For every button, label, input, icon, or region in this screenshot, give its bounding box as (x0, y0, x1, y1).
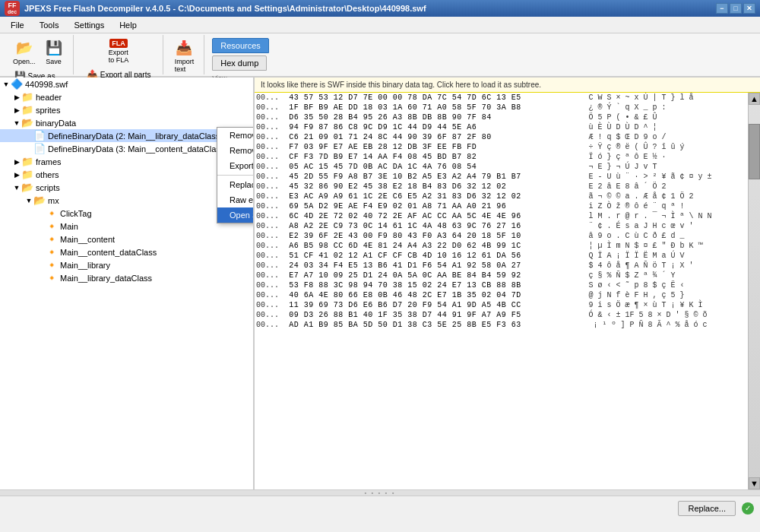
tree-node-main-library-dc[interactable]: 🔸 Main__library_dataClass (0, 271, 253, 284)
tree-toggle-root[interactable]: ▼ (2, 81, 11, 88)
export-to-fla-button[interactable]: FLA Exportto FLA (105, 36, 133, 66)
table-row: 00... 53 F8 88 3C 98 94 70 38 15 02 24 E… (255, 280, 748, 290)
tree-node-binarydata[interactable]: ▼ 📂 binaryData (0, 116, 253, 129)
hex-chars-cell: E 2 â E 8 â ´ Ö 2 (587, 182, 748, 192)
tree-label-mx: mx (48, 196, 59, 205)
replace-button[interactable]: Replace... (678, 501, 736, 516)
menu-settings[interactable]: Settings (66, 17, 112, 33)
hex-scroll-area: 00... 43 57 53 12 D7 7E 00 00 78 DA 7C 5… (255, 93, 760, 489)
tree-node-definebinary3[interactable]: 📄 DefineBinaryData (3: Main__content_dat… (0, 142, 253, 155)
context-menu-remove[interactable]: Remove (217, 128, 255, 143)
menu-tools[interactable]: Tools (32, 17, 67, 33)
table-row: 00... D6 35 50 28 B4 95 26 A3 8B DB 8B 9… (255, 112, 748, 122)
tree-toggle-mx[interactable]: ▼ (24, 197, 33, 204)
context-menu-raw-edit[interactable]: Raw edit (217, 192, 255, 207)
tree-label-others: others (36, 170, 59, 179)
scrollbar[interactable]: ▲ ▼ (748, 93, 760, 489)
folder-icon-frames: 📁 (21, 156, 33, 167)
tree-label-mcdc: Main__content_dataClass (60, 248, 157, 257)
toolbar-general-group: 📂 Open... 💾 Save 💾 Save as... 🔄 Reload G… (3, 35, 74, 74)
tree-node-mx[interactable]: ▼ 📂 mx (0, 194, 253, 207)
hex-offset-cell: 00... (255, 241, 287, 251)
scroll-down-button[interactable]: ▼ (749, 477, 760, 489)
table-row: 00... 09 D3 26 88 B1 40 1F 35 38 D7 44 9… (255, 310, 748, 320)
tree-node-frames[interactable]: ▶ 📁 frames (0, 155, 253, 168)
scroll-up-button[interactable]: ▲ (749, 93, 760, 105)
menu-help[interactable]: Help (112, 17, 144, 33)
hex-bytes-cell: D6 35 50 28 B4 95 26 A3 8B DB 8B 90 7F 8… (287, 112, 587, 122)
tree-node-main-content[interactable]: 🔸 Main__content (0, 233, 253, 245)
tree-node-header[interactable]: ▶ 📁 header (0, 90, 253, 103)
tree-toggle-others[interactable]: ▶ (12, 171, 21, 179)
menu-file[interactable]: File (3, 17, 32, 33)
script-icon-mldc: 🔸 (46, 272, 58, 283)
resize-handle[interactable]: • • • • • (0, 489, 760, 496)
tree-node-definebinary2[interactable]: 📄 DefineBinaryData (2: Main__library_dat… (0, 129, 253, 142)
maximize-button[interactable]: □ (730, 3, 742, 14)
minimize-button[interactable]: − (716, 3, 728, 14)
toolbar-general-row1: 📂 Open... 💾 Save (9, 36, 67, 68)
tree-label-scripts: scripts (36, 183, 60, 192)
context-menu-open-swf-inside[interactable]: Open SWF inside (217, 207, 255, 223)
hex-bytes-cell: 94 F9 87 86 C8 9C D9 1C 44 D9 44 5E A6 (287, 122, 587, 132)
scroll-track[interactable] (749, 105, 760, 477)
hex-bytes-cell: 53 F8 88 3C 98 94 70 38 15 02 24 E7 13 C… (287, 280, 587, 290)
item-icon-db2: 📄 (33, 130, 46, 141)
script-icon-ml: 🔸 (46, 259, 58, 271)
table-row: 00... 45 2D 55 F9 A8 B7 3E 10 B2 A5 E3 A… (255, 172, 748, 182)
hex-bytes-cell: E3 AC A9 A9 61 1C 2E C6 E5 A2 31 83 D6 3… (287, 192, 587, 201)
open-button[interactable]: 📂 Open... (9, 36, 40, 68)
hex-table: 00... 43 57 53 12 D7 7E 00 00 78 DA 7C 5… (255, 93, 748, 330)
hex-offset-cell: 00... (255, 182, 287, 192)
table-row: 00... 43 57 53 12 D7 7E 00 00 78 DA 7C 5… (255, 93, 748, 103)
tree-toggle-binarydata[interactable]: ▼ (12, 119, 21, 127)
table-row: 00... CF F3 7D B9 E7 14 AA F4 08 45 BD B… (255, 152, 748, 162)
open-label: Open... (13, 58, 36, 65)
hex-bytes-cell: 09 D3 26 88 B1 40 1F 35 38 D7 44 91 9F A… (287, 310, 587, 320)
save-button[interactable]: 💾 Save (41, 36, 67, 68)
hex-chars-cell: S ø ‹ < ˜ p 8 $ ç Ë ‹ (587, 280, 748, 290)
table-row: 00... 6C 4D 2E 72 02 40 72 2E AF AC CC A… (255, 211, 748, 221)
folder-icon-header: 📁 (21, 91, 33, 103)
tree-node-main-content-dc[interactable]: 🔸 Main__content_dataClass (0, 245, 253, 258)
context-menu-export-selection[interactable]: Export selection (217, 158, 255, 173)
folder-icon-mx: 📂 (33, 195, 46, 206)
context-menu-replace[interactable]: Replace... (217, 177, 255, 192)
hex-panel[interactable]: 00... 43 57 53 12 D7 7E 00 00 78 DA 7C 5… (255, 93, 748, 489)
title-bar-controls[interactable]: − □ ✕ (716, 3, 755, 14)
table-row: 00... 24 03 34 F4 E5 13 B6 41 D1 F6 54 A… (255, 261, 748, 271)
folder-icon-scripts: 📂 (21, 182, 33, 193)
tree-node-main[interactable]: 🔸 Main (0, 220, 253, 233)
tree-node-main-library[interactable]: 🔸 Main__library (0, 258, 253, 271)
tree-label-header: header (36, 93, 62, 102)
tree-node-others[interactable]: ▶ 📁 others (0, 168, 253, 181)
tree-toggle-header[interactable]: ▶ (12, 93, 21, 101)
info-bar[interactable]: It looks like there is SWF inside this b… (255, 78, 760, 93)
tree-toggle-scripts[interactable]: ▼ (12, 184, 21, 192)
title-bar: FF dec JPEXS Free Flash Decompiler v.4.0… (0, 0, 760, 17)
tree-node-sprites[interactable]: ▶ 📁 sprites (0, 103, 253, 116)
tree-toggle-ct (36, 210, 46, 217)
window-title: JPEXS Free Flash Decompiler v.4.0.5 - C:… (24, 4, 426, 13)
tree-node-scripts[interactable]: ▼ 📂 scripts (0, 181, 253, 194)
hex-dump-label: Hex dump (220, 59, 258, 68)
tree-toggle-sprites[interactable]: ▶ (12, 106, 21, 114)
import-text-button[interactable]: 📥 Importtext (171, 36, 198, 75)
context-menu-remove-with-deps[interactable]: Remove with dependencies (217, 143, 255, 158)
tree-node-clicktag[interactable]: 🔸 ClickTag (0, 207, 253, 220)
tree-node-root[interactable]: ▼ 🔷 440998.swf (0, 78, 253, 90)
resources-tab-button[interactable]: Resources (212, 38, 269, 53)
hex-offset-cell: 00... (255, 221, 287, 231)
table-row: 00... E3 AC A9 A9 61 1C 2E C6 E5 A2 31 8… (255, 192, 748, 201)
close-button[interactable]: ✕ (743, 3, 755, 14)
tree-toggle-frames[interactable]: ▶ (12, 158, 21, 166)
toolbar-import-group: 📥 Importtext Import (165, 35, 205, 74)
table-row: 00... 45 32 86 90 E2 45 38 E2 18 B4 83 D… (255, 182, 748, 192)
scroll-thumb[interactable] (749, 124, 760, 180)
resize-dots: • • • • • (365, 489, 396, 496)
hex-dump-tab-button[interactable]: Hex dump (212, 55, 267, 71)
hex-chars-cell: E - U ù ¨ · > ² ¥ ã ¢ ¤ y ± (587, 172, 748, 182)
hex-chars-cell: i Z Ò ž ® ô é ¨ q ª ! (587, 201, 748, 211)
hex-bytes-cell: 51 CF 41 02 12 A1 CF CF CB 4D 10 16 12 6… (287, 251, 587, 261)
table-row: 00... AD A1 B9 85 BA 5D 50 D1 38 C3 5E 2… (255, 320, 748, 330)
